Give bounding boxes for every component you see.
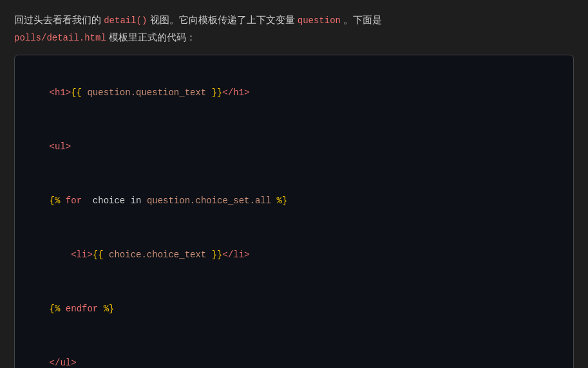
code-line-3: {% for choice in question.choice_set.all…: [28, 174, 560, 228]
intro-text-3: 。下面是: [343, 14, 382, 25]
intro-code-3: polls/detail.html: [14, 33, 106, 43]
code-line-4: <li>{{ choice.choice_text }}</li>: [28, 228, 560, 282]
code-line-6: </ul>: [28, 336, 560, 368]
intro-code-1: detail(): [104, 15, 147, 26]
intro-text-4: 模板里正式的代码：: [109, 32, 196, 42]
code-line-2: <ul>: [28, 120, 560, 174]
intro-code-2: question: [298, 15, 341, 26]
intro-text-2: 视图。它向模板传递了上下文变量: [150, 14, 295, 25]
code-line-5: {% endfor %}: [28, 282, 560, 336]
intro-paragraph: 回过头去看看我们的 detail() 视图。它向模板传递了上下文变量 quest…: [14, 12, 574, 46]
intro-text-1: 回过头去看看我们的: [14, 14, 101, 25]
code-line-1: <h1>{{ question.question_text }}</h1>: [28, 66, 560, 120]
code-block: <h1>{{ question.question_text }}</h1> <u…: [14, 55, 574, 368]
